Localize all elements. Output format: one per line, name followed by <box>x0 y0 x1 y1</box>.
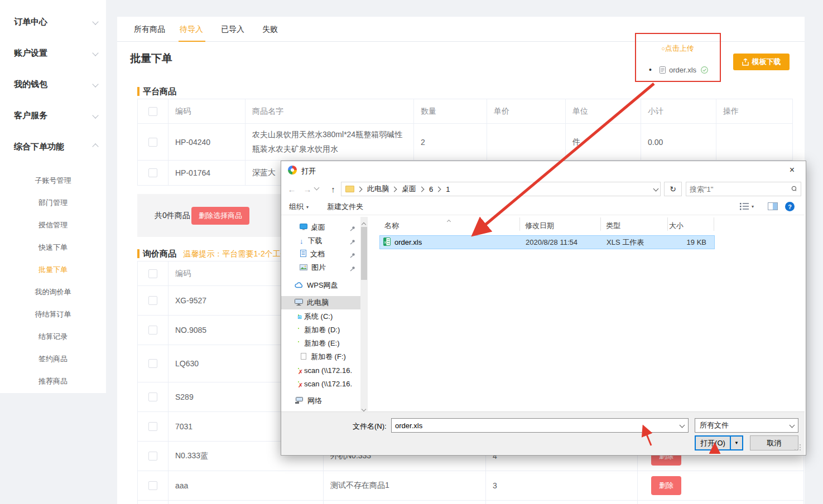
history-dropdown-icon[interactable] <box>315 186 323 191</box>
nav-item-network[interactable]: 网络 <box>281 394 360 408</box>
open-split-arrow-icon[interactable]: ▼ <box>730 437 742 449</box>
nav-item-downloads[interactable]: ↓ 下载 <box>281 234 360 248</box>
sidebar-item-quick-order[interactable]: 快速下单 <box>0 240 106 255</box>
view-mode-button[interactable]: ▾ <box>740 202 754 210</box>
cancel-button[interactable]: 取消 <box>750 435 798 450</box>
breadcrumb-dropdown-icon[interactable] <box>653 186 659 191</box>
sidebar-item-recommended-goods[interactable]: 推荐商品 <box>0 374 106 389</box>
nav-item-documents[interactable]: 文档 <box>281 248 360 261</box>
delete-selected-button[interactable]: 删除选择商品 <box>191 207 249 225</box>
row-checkbox[interactable] <box>148 326 157 335</box>
row-checkbox[interactable] <box>148 392 157 401</box>
search-box[interactable] <box>686 182 801 196</box>
resize-grip[interactable] <box>795 444 801 451</box>
row-checkbox[interactable] <box>148 422 157 431</box>
scrollbar-thumb[interactable] <box>361 227 367 280</box>
sub-item-label: 授信管理 <box>38 220 68 230</box>
filetype-combo[interactable]: 所有文件 <box>695 418 798 433</box>
nav-item-label: 系统 (C:) <box>304 312 333 322</box>
row-checkbox-cell <box>138 471 169 501</box>
tab-all-goods[interactable]: 所有商品 <box>134 25 165 35</box>
nav-item-scan-2[interactable]: ✗ scan (\\172.16. <box>281 377 360 390</box>
nav-item-drive-d[interactable]: 新加卷 (D:) <box>281 323 360 337</box>
close-icon[interactable]: × <box>779 161 805 179</box>
back-icon[interactable]: ← <box>285 182 299 196</box>
tab-to-import[interactable]: 待导入 <box>180 25 203 35</box>
forward-icon[interactable]: → <box>300 182 315 196</box>
column-type[interactable]: 类型 <box>606 221 620 231</box>
nav-item-scan-1[interactable]: ✗ scan (\\172.16. <box>281 364 360 377</box>
dialog-footer: 文件名(N): 所有文件 打开(O) ▼ 取消 <box>281 411 805 454</box>
row-checkbox[interactable] <box>148 168 157 177</box>
upload-click-label[interactable]: ○点击上传 <box>636 43 720 54</box>
nav-item-label: 新加卷 (F:) <box>311 352 346 362</box>
breadcrumb-desktop[interactable]: 桌面 <box>398 184 420 194</box>
inquiry-tip: 温馨提示：平台需要1-2个工作 <box>183 249 288 258</box>
open-button[interactable]: 打开(O) ▼ <box>695 435 743 450</box>
file-row-order-xls[interactable]: x order.xls 2020/8/28 11:54 XLS 工作表 19 K… <box>379 235 715 249</box>
sidebar-item-departments[interactable]: 部门管理 <box>0 195 106 211</box>
row-checkbox[interactable] <box>148 138 157 147</box>
template-download-button[interactable]: 模板下载 <box>733 54 790 70</box>
sidebar-item-contracted-goods[interactable]: 签约商品 <box>0 351 106 367</box>
combo-dropdown-icon[interactable] <box>680 422 685 428</box>
table-row-partial <box>138 501 804 504</box>
column-divider[interactable] <box>667 217 668 231</box>
nav-item-this-pc[interactable]: 此电脑 <box>281 296 360 309</box>
sidebar-item-account-settings[interactable]: 账户设置 <box>14 43 98 62</box>
refresh-icon[interactable]: ↻ <box>664 182 682 196</box>
filename-combo[interactable] <box>391 418 689 433</box>
nav-item-pictures[interactable]: 图片 <box>281 261 360 274</box>
sidebar-scrollbar[interactable] <box>360 217 368 411</box>
select-all-checkbox[interactable] <box>148 269 157 278</box>
dialog-toolbar: 组织▾ 新建文件夹 ▾ ? <box>281 198 805 215</box>
tab-failed[interactable]: 失败 <box>262 25 278 35</box>
column-name[interactable]: 名称 <box>384 221 399 231</box>
nav-item-desktop[interactable]: 桌面 <box>281 221 360 234</box>
row-checkbox[interactable] <box>148 452 157 461</box>
app-logo-center <box>291 168 294 172</box>
sidebar-item-wallet[interactable]: 我的钱包 <box>14 75 98 94</box>
column-divider[interactable] <box>714 217 714 231</box>
column-date[interactable]: 修改日期 <box>525 221 554 231</box>
column-size[interactable]: 大小 <box>669 221 684 231</box>
up-icon[interactable]: ↑ <box>326 182 340 196</box>
upload-dropzone[interactable]: ○点击上传 • order.xls <box>636 33 720 81</box>
breadcrumb-this-pc[interactable]: 此电脑 <box>364 184 392 194</box>
sidebar-item-pending-settlement[interactable]: 待结算订单 <box>0 307 106 322</box>
nav-item-drive-c[interactable]: ⊞ 系统 (C:) <box>281 310 360 323</box>
uploaded-file-item[interactable]: • order.xls <box>636 64 720 76</box>
column-divider[interactable] <box>600 217 601 231</box>
tab-imported[interactable]: 已导入 <box>221 25 244 35</box>
row-checkbox[interactable] <box>148 359 157 368</box>
download-template-icon <box>742 59 749 66</box>
nav-item-wps-cloud[interactable]: WPS网盘 <box>281 279 360 292</box>
sidebar-item-order-center[interactable]: 订单中心 <box>14 12 98 31</box>
sidebar-item-credit[interactable]: 授信管理 <box>0 217 106 233</box>
sub-item-label: 待结算订单 <box>35 309 71 319</box>
dialog-titlebar[interactable]: 打开 × <box>281 161 805 179</box>
organize-button[interactable]: 组织▾ <box>289 201 309 212</box>
sidebar-item-combined-order[interactable]: 综合下单功能 <box>14 137 98 156</box>
combo-dropdown-icon[interactable] <box>790 422 795 428</box>
new-folder-button[interactable]: 新建文件夹 <box>327 201 363 212</box>
breadcrumb-1[interactable]: 1 <box>442 185 453 193</box>
help-button[interactable]: ? <box>785 202 795 211</box>
select-all-checkbox[interactable] <box>148 107 157 116</box>
filename-input[interactable] <box>392 421 680 430</box>
delete-row-button[interactable]: 删除 <box>651 476 681 495</box>
row-checkbox[interactable] <box>148 481 157 490</box>
breadcrumb[interactable]: 此电脑 桌面 6 1 <box>341 182 661 196</box>
row-checkbox[interactable] <box>148 296 157 305</box>
nav-item-drive-e[interactable]: 新加卷 (E:) <box>281 337 360 350</box>
column-divider[interactable] <box>519 217 520 231</box>
nav-item-drive-f[interactable]: 新加卷 (F:) <box>281 350 360 364</box>
cell-code: aaa <box>169 471 324 501</box>
sidebar-item-batch-order[interactable]: 批量下单 <box>0 262 106 278</box>
preview-pane-button[interactable] <box>768 202 778 210</box>
search-input[interactable] <box>686 185 791 193</box>
sidebar-item-my-inquiries[interactable]: 我的询价单 <box>0 284 106 300</box>
sidebar-item-customer-service[interactable]: 客户服务 <box>14 106 98 125</box>
sidebar-item-settlement-records[interactable]: 结算记录 <box>0 329 106 345</box>
sidebar-item-sub-accounts[interactable]: 子账号管理 <box>0 173 106 188</box>
